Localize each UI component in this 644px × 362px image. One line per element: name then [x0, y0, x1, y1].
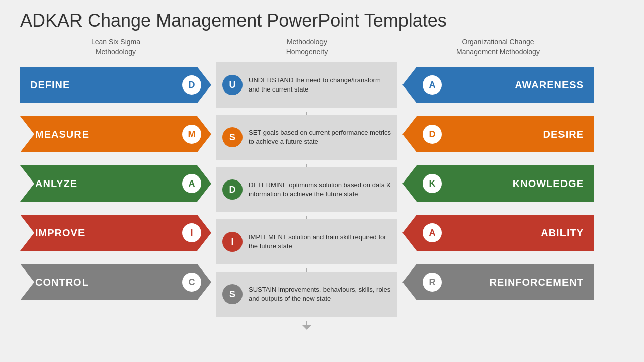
page: ADKAR Change Management PowerPoint Templ…	[0, 0, 644, 362]
bottom-connector-arrow	[302, 325, 312, 330]
left-column: Lean Six Sigma Methodology DEFINE D MEAS…	[20, 37, 211, 354]
mid-rows: U UNDERSTAND the need to change/transfor…	[216, 62, 397, 354]
desire-arrow: D DESIRE	[403, 116, 594, 152]
measure-arrow: MEASURE M	[20, 116, 211, 152]
left-row-define: DEFINE D	[20, 62, 211, 108]
define-label: DEFINE	[30, 79, 70, 91]
ability-letter: A	[429, 228, 436, 238]
mid-letter-s1: S	[229, 132, 235, 143]
columns-area: Lean Six Sigma Methodology DEFINE D MEAS…	[20, 37, 624, 354]
mid-circle-i: I	[222, 232, 243, 252]
anlyze-arrow: ANLYZE A	[20, 165, 211, 202]
knowledge-label: KNOWLEDGE	[513, 178, 584, 190]
ability-label: ABILITY	[541, 227, 584, 239]
desire-letter: D	[429, 129, 436, 140]
awareness-label: AWARENESS	[515, 79, 584, 91]
reinforcement-circle: R	[423, 273, 442, 292]
mid-letter-d: D	[229, 185, 236, 195]
reinforcement-letter: R	[429, 277, 436, 288]
mid-circle-d: D	[222, 179, 243, 200]
improve-label: IMPROVE	[35, 227, 85, 239]
ability-circle: A	[423, 223, 442, 242]
anlyze-circle: A	[182, 174, 201, 193]
mid-letter-u: U	[229, 80, 236, 90]
define-arrow: DEFINE D	[20, 67, 211, 103]
right-row-awareness: A AWARENESS	[403, 62, 594, 108]
define-circle: D	[182, 75, 201, 95]
mid-text-understand: UNDERSTAND the need to change/transform …	[249, 76, 391, 94]
left-col-header: Lean Six Sigma Methodology	[20, 37, 211, 57]
control-arrow: CONTROL C	[20, 264, 211, 300]
mid-col-header: Methodology Homogeneity	[216, 37, 397, 57]
improve-circle: I	[182, 223, 201, 242]
mid-row-implement: I IMPLEMENT solution and train skill req…	[216, 219, 397, 264]
knowledge-arrow: K KNOWLEDGE	[403, 165, 594, 202]
mid-letter-i: I	[231, 237, 233, 247]
right-col-header: Organizational Change Management Methodo…	[403, 37, 594, 57]
mid-letter-s2: S	[229, 289, 235, 300]
right-row-knowledge: K KNOWLEDGE	[403, 161, 594, 206]
control-circle: C	[182, 273, 201, 292]
mid-row-determine: D DETERMINE optimums solution based on d…	[216, 167, 397, 212]
right-row-reinforcement: R REINFORCEMENT	[403, 259, 594, 305]
reinforcement-label: REINFORCEMENT	[490, 277, 584, 288]
mid-circle-s1: S	[222, 127, 243, 147]
mid-circle-u: U	[222, 75, 243, 95]
improve-letter: I	[190, 228, 193, 238]
control-letter: C	[189, 277, 195, 288]
mid-row-set: S SET goals based on current performance…	[216, 115, 397, 160]
measure-letter: M	[188, 129, 196, 140]
anlyze-letter: A	[189, 178, 195, 189]
awareness-letter: A	[429, 80, 436, 90]
right-column: Organizational Change Management Methodo…	[403, 37, 594, 354]
mid-text-determine: DETERMINE optimums solution based on dat…	[249, 180, 391, 199]
measure-circle: M	[182, 125, 201, 144]
middle-column: Methodology Homogeneity U UNDERSTAND the…	[211, 37, 403, 354]
mid-circle-s2: S	[222, 284, 243, 304]
measure-label: MEASURE	[35, 129, 89, 140]
mid-text-set: SET goals based on current performance m…	[249, 128, 391, 146]
bottom-connector-bar	[306, 321, 307, 325]
bottom-connector	[216, 321, 397, 330]
reinforcement-arrow: R REINFORCEMENT	[403, 264, 594, 300]
left-row-improve: IMPROVE I	[20, 210, 211, 255]
control-label: CONTROL	[35, 277, 89, 288]
mid-row-understand: U UNDERSTAND the need to change/transfor…	[216, 62, 397, 108]
left-row-anlyze: ANLYZE A	[20, 161, 211, 206]
awareness-circle: A	[423, 75, 442, 95]
mid-text-implement: IMPLEMENT solution and train skill requi…	[249, 233, 391, 251]
awareness-arrow: A AWARENESS	[403, 67, 594, 103]
desire-circle: D	[423, 125, 442, 144]
desire-label: DESIRE	[543, 129, 584, 140]
left-row-control: CONTROL C	[20, 259, 211, 305]
mid-text-sustain: SUSTAIN improvements, behaviours, skills…	[249, 285, 391, 303]
ability-arrow: A ABILITY	[403, 215, 594, 251]
anlyze-label: ANLYZE	[35, 178, 77, 190]
right-row-ability: A ABILITY	[403, 210, 594, 255]
page-title: ADKAR Change Management PowerPoint Templ…	[20, 10, 624, 31]
left-row-measure: MEASURE M	[20, 112, 211, 157]
define-letter: D	[189, 80, 195, 90]
mid-row-sustain: S SUSTAIN improvements, behaviours, skil…	[216, 272, 397, 317]
improve-arrow: IMPROVE I	[20, 215, 211, 251]
knowledge-circle: K	[423, 174, 442, 193]
knowledge-letter: K	[429, 178, 436, 189]
right-row-desire: D DESIRE	[403, 112, 594, 157]
